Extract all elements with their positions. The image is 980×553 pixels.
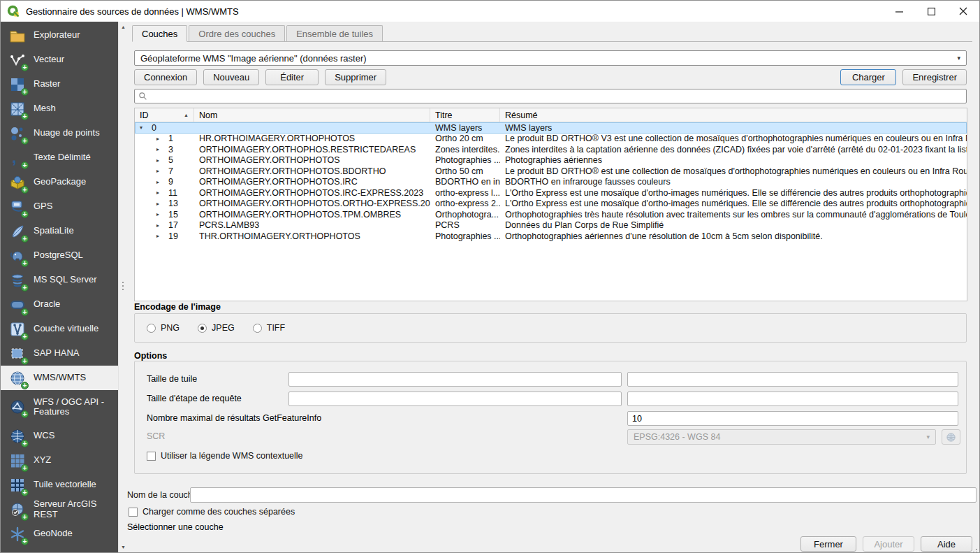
cell-id: 0 [152,123,156,133]
cell-id: 9 [168,177,173,187]
table-row-id-5[interactable]: ▸5ORTHOIMAGERY.ORTHOPHOTOSPhotographies … [135,155,967,166]
sidebar-scrollbar[interactable]: ▲ ▼ [118,22,127,552]
cell-titre: ortho-express 2... [430,199,500,208]
expand-arrow-icon[interactable]: ▸ [156,157,163,164]
vector-icon: + [9,52,26,69]
fermer-button[interactable]: Fermer [800,536,856,552]
expand-arrow-icon[interactable]: ▸ [156,189,163,196]
sidebar-item-postgresql[interactable]: +PostgreSQL [1,243,118,268]
table-row-id-15[interactable]: ▸15ORTHOIMAGERY.ORTHOPHOTOS.TPM.OMBRESOr… [135,209,967,220]
table-row-id-3[interactable]: ▸3ORTHOIMAGERY.ORTHOPHOS.RESTRICTEDAREAS… [135,144,967,155]
sidebar-item-serveur-arcgis-rest[interactable]: +Serveur ArcGIS REST [1,497,118,522]
expand-arrow-icon[interactable]: ▸ [156,179,163,185]
table-row-id-7[interactable]: ▸7ORTHOIMAGERY.ORTHOPHOTOS.BDORTHOOrtho … [135,166,967,177]
sidebar-item-label: MS SQL Server [34,275,97,285]
sidebar-item-label: Raster [34,79,60,89]
button-spacer [393,69,834,85]
collapse-arrow-icon[interactable]: ▾ [140,124,147,131]
cell-titre: Orthophotogra... [430,210,500,220]
sidebar-item-wfs-ogc-api-features[interactable]: +WFS / OGC API - Features [1,390,118,424]
editer-button[interactable]: Éditer [265,69,319,85]
nouveau-button[interactable]: Nouveau [203,69,259,85]
resize-grip[interactable] [976,549,977,550]
radio-circle-icon [253,324,262,333]
cell-titre: PCRS [430,220,500,230]
expand-arrow-icon[interactable]: ▸ [156,146,163,152]
connexion-button[interactable]: Connexion [134,69,197,85]
tile-width-input[interactable] [288,372,622,387]
sidebar-item-raster[interactable]: +Raster [1,72,118,96]
tab-ordre-des-couches[interactable]: Ordre des couches [189,25,285,41]
layers-table: ID ▲ Nom Titre Résumé ▾0WMS layersWMS la… [134,108,967,301]
column-header-resume[interactable]: Résumé [500,108,967,122]
sidebar-item-spatialite[interactable]: +SpatiaLite [1,219,118,243]
checkbox-box [129,508,138,517]
table-row-id-1[interactable]: ▸1HR.ORTHOIMAGERY.ORTHOPHOTOSOrtho 20 cm… [135,134,967,145]
sidebar-item-mesh[interactable]: +Mesh [1,96,118,121]
column-header-nom[interactable]: Nom [194,108,430,122]
expand-arrow-icon[interactable]: ▸ [156,201,163,207]
sidebar-item-ms-sql-server[interactable]: +MS SQL Server [1,268,118,292]
radio-tiff[interactable]: TIFF [253,323,285,333]
encoding-group-title: Encodage de l'image [134,302,221,312]
aide-button[interactable]: Aide [921,536,972,552]
close-button[interactable] [947,1,979,22]
radio-png[interactable]: PNG [147,323,180,333]
expand-arrow-icon[interactable]: ▸ [156,136,163,142]
sidebar-item-gps[interactable]: +GPS [1,194,118,219]
cell-resume: Orthophotographies aériennes d'une résol… [500,231,967,241]
sidebar-item-geopackage[interactable]: +GeoPackage [1,170,118,194]
connection-select[interactable]: Géoplateforme WMS "Image aérienne" (donn… [134,50,967,66]
minimize-button[interactable] [883,1,915,22]
sidebar-item-sap-hana[interactable]: +SAP HANA [1,341,118,366]
sidebar-item-texte-d-limit[interactable]: ,+Texte Délimité [1,145,118,170]
expand-arrow-icon[interactable]: ▸ [156,211,163,217]
sidebar-item-wms-wmts[interactable]: +WMS/WMTS [1,366,118,390]
radio-jpeg[interactable]: JPEG [198,323,235,333]
expand-arrow-icon[interactable]: ▸ [156,168,163,174]
point-cloud-icon: + [9,125,26,142]
wms-legend-checkbox[interactable]: Utiliser la légende WMS contextuelle [147,451,303,461]
splitter-handle-icon[interactable] [122,282,124,283]
layer-name-input[interactable] [190,487,977,503]
supprimer-button[interactable]: Supprimer [325,69,386,85]
column-header-titre[interactable]: Titre [430,108,500,122]
sidebar-item-oracle[interactable]: +Oracle [1,292,118,317]
sidebar-item-label: Vecteur [34,55,64,64]
sidebar-item-couche-virtuelle[interactable]: +Couche virtuelle [1,317,118,341]
tab-ensemble-de-tuiles[interactable]: Ensemble de tuiles [286,25,383,41]
sidebar-item-nuage-de-points[interactable]: +Nuage de points [1,121,118,145]
feature-info-count-input[interactable] [627,411,958,426]
sidebar-item-xyz[interactable]: +XYZ [1,448,118,473]
expand-arrow-icon[interactable]: ▸ [156,233,163,239]
sidebar-item-vecteur[interactable]: +Vecteur [1,48,118,72]
table-row-id-0[interactable]: ▾0WMS layersWMS layers [135,122,967,134]
table-row-id-11[interactable]: ▸11ORTHOIMAGERY.ORTHOPHOTOS.IRC-EXPRESS.… [135,187,967,199]
separate-layers-checkbox[interactable]: Charger comme des couches séparées [129,507,295,517]
tab-couches[interactable]: Couches [132,25,187,42]
sidebar-item-explorateur[interactable]: Explorateur [1,23,118,48]
ajouter-button: Ajouter [863,536,914,552]
delimited-text-icon: ,+ [9,150,26,166]
request-step-width-input[interactable] [288,392,622,406]
table-row-id-9[interactable]: ▸9ORTHOIMAGERY.ORTHOPHOTOS.IRCBDORTHO en… [135,177,967,188]
sidebar-item-geonode[interactable]: +GeoNode [1,522,118,546]
wms-wmts-icon: + [9,370,26,387]
table-row-id-13[interactable]: ▸13ORTHOIMAGERY.ORTHOPHOTOS.ORTHO-EXPRES… [135,199,967,210]
layer-filter[interactable] [134,89,967,103]
tile-height-input[interactable] [627,372,958,387]
enregistrer-button[interactable]: Enregistrer [902,69,967,85]
sidebar-item-tuile-vectorielle[interactable]: +Tuile vectorielle [1,473,118,497]
table-row-id-19[interactable]: ▸19THR.ORTHOIMAGERY.ORTHOPHOTOSPhotograp… [135,231,967,242]
expand-arrow-icon[interactable]: ▸ [156,222,163,229]
cell-resume: Orthophotographies très haute résolution… [500,210,967,220]
cell-nom: ORTHOIMAGERY.ORTHOPHOTOS.TPM.OMBRES [194,210,430,220]
maximize-button[interactable] [915,1,947,22]
table-row-id-17[interactable]: ▸17PCRS.LAMB93PCRSDonnées du Plan Corps … [135,220,967,231]
sidebar-item-wcs[interactable]: +WCS [1,424,118,448]
column-header-id[interactable]: ID ▲ [135,108,194,122]
charger-button[interactable]: Charger [840,69,896,85]
plus-badge-icon: + [21,513,29,521]
request-step-height-input[interactable] [627,392,958,406]
layer-filter-input[interactable] [151,89,963,103]
